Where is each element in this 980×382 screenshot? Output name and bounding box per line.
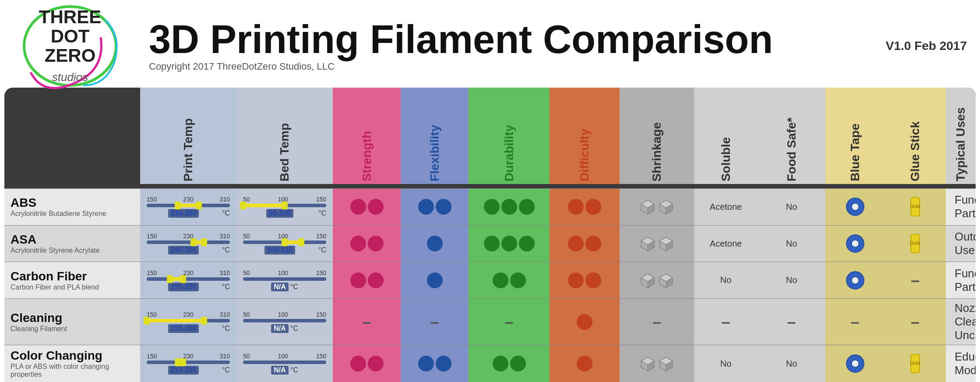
- col-header-durability: Durability: [469, 88, 550, 184]
- data-rows: ABS Acrylonitrile Butadiene Styrene 1502…: [4, 188, 976, 382]
- material-subname: Acrylonitrile Styrene Acrylate: [11, 247, 134, 255]
- blue-tape-cell: [825, 226, 885, 262]
- food-safe-cell: No: [758, 189, 825, 225]
- title-area: 3D Printing Filament Comparison Copyrigh…: [131, 20, 886, 72]
- svg-point-47: [852, 360, 859, 367]
- col-header-food-safe: Food Safe*: [758, 88, 825, 184]
- svg-text:GUM: GUM: [910, 241, 920, 246]
- bed-temp-cell: 50100150 N/A °C: [236, 262, 333, 298]
- logo-wrapper: THREE DOT ZERO studios: [18, 2, 123, 90]
- flexibility-cell: [401, 262, 469, 298]
- col-header-strength: Strength: [333, 88, 401, 184]
- difficulty-cell: [550, 226, 620, 262]
- col-header-print-temp: Print Temp: [140, 88, 236, 184]
- row-label-abs: ABS Acrylonitrile Butadiene Styrene: [4, 192, 140, 221]
- logo-text: THREE DOT ZERO studios: [39, 7, 101, 85]
- svg-text:GUM: GUM: [910, 361, 920, 366]
- blue-tape-cell: –: [825, 299, 885, 345]
- row-label-carbon-fiber: Carbon Fiber Carbon Fiber and PLA blend: [4, 266, 140, 295]
- col-header-print-temp-label: Print Temp: [181, 118, 195, 181]
- strength-cell: [333, 262, 401, 298]
- typical-uses-cell: Outdoor Use: [946, 227, 976, 260]
- page-container: THREE DOT ZERO studios 3D Printing Filam…: [0, 0, 980, 382]
- col-header-typical-uses-label: Typical Uses: [954, 107, 968, 181]
- logo-area: THREE DOT ZERO studios: [9, 2, 131, 90]
- col-header-typical-uses: Typical Uses: [946, 88, 976, 184]
- soluble-cell: –: [694, 299, 758, 345]
- strength-cell: [333, 226, 401, 262]
- flexibility-cell: –: [401, 299, 469, 345]
- shrinkage-cell: [620, 262, 694, 298]
- soluble-cell: Acetone: [694, 226, 758, 262]
- strength-cell: [333, 345, 401, 382]
- durability-cell: [469, 262, 550, 298]
- col-header-soluble-label: Soluble: [719, 137, 733, 181]
- soluble-cell: Acetone: [694, 189, 758, 225]
- col-header-blue-tape-label: Blue Tape: [848, 124, 862, 181]
- print-temp-cell: 150230310 195-220 °C: [140, 262, 236, 298]
- durability-cell: [469, 189, 550, 225]
- material-name: ASA: [11, 233, 134, 247]
- col-header-glue-stick: Glue Stick: [885, 88, 946, 184]
- table-row: Color Changing PLA or ABS with color cha…: [4, 345, 976, 382]
- col-header-flexibility-label: Flexibility: [428, 125, 442, 181]
- bed-temp-cell: 50100150 N/A °C: [236, 299, 333, 345]
- shrinkage-cell: [620, 345, 694, 382]
- col-header-shrinkage-label: Shrinkage: [650, 122, 664, 181]
- row-label-color-changing: Color Changing PLA or ABS with color cha…: [4, 345, 140, 382]
- bed-temp-cell: 50100150 N/A °C: [236, 345, 333, 382]
- print-temp-cell: 150230310 150-260 °C: [140, 299, 236, 345]
- table-wrapper: Print Temp Bed Temp Strength Flexibility…: [4, 88, 976, 382]
- material-subname: Cleaning Filament: [11, 325, 134, 333]
- column-headers: Print Temp Bed Temp Strength Flexibility…: [4, 88, 976, 188]
- col-header-flexibility: Flexibility: [401, 88, 469, 184]
- row-label-asa: ASA Acrylonitrile Styrene Acrylate: [4, 229, 140, 258]
- col-header-bed-temp-label: Bed Temp: [278, 123, 292, 181]
- svg-point-36: [852, 277, 859, 284]
- table-row: ABS Acrylonitrile Butadiene Styrene 1502…: [4, 188, 976, 225]
- glue-stick-cell: GUM: [885, 226, 946, 262]
- col-header-soluble: Soluble: [694, 88, 758, 184]
- material-name: ABS: [11, 196, 134, 210]
- shrinkage-cell: [620, 226, 694, 262]
- food-safe-cell: –: [758, 299, 825, 345]
- col-header-durability-label: Durability: [502, 125, 516, 181]
- durability-cell: [469, 345, 550, 382]
- food-safe-cell: No: [758, 345, 825, 382]
- col-header-bed-temp: Bed Temp: [236, 88, 333, 184]
- flexibility-cell: [401, 189, 469, 225]
- col-header-strength-label: Strength: [360, 131, 374, 181]
- difficulty-cell: [550, 262, 620, 298]
- col-header-shrinkage: Shrinkage: [620, 88, 694, 184]
- blue-tape-cell: [825, 262, 885, 298]
- blue-tape-cell: [825, 189, 885, 225]
- material-name: Carbon Fiber: [11, 269, 134, 283]
- typical-uses-cell: Functional Parts: [946, 191, 976, 223]
- col-header-food-safe-label: Food Safe*: [785, 117, 799, 181]
- logo-line2: DOT: [51, 26, 90, 46]
- print-temp-cell: 150230310 210-250 °C: [140, 189, 236, 225]
- copyright: Copyright 2017 ThreeDotZero Studios, LLC: [149, 61, 886, 72]
- col-header-blue-tape: Blue Tape: [825, 88, 885, 184]
- flexibility-cell: [401, 345, 469, 382]
- glue-stick-cell: –: [885, 262, 946, 298]
- food-safe-cell: No: [758, 226, 825, 262]
- glue-stick-cell: –: [885, 299, 946, 345]
- logo-line4: studios: [52, 71, 88, 84]
- material-subname: PLA or ABS with color changing propertie…: [11, 363, 134, 378]
- typical-uses-cell: Educational, Modelling: [946, 347, 976, 380]
- glue-stick-cell: GUM: [885, 345, 946, 382]
- table-row: Carbon Fiber Carbon Fiber and PLA blend …: [4, 262, 976, 298]
- material-name: Cleaning: [11, 311, 134, 325]
- table-row: Cleaning Cleaning Filament 150230310 150…: [4, 298, 976, 345]
- row-label-cleaning: Cleaning Cleaning Filament: [4, 308, 140, 336]
- flexibility-cell: [401, 226, 469, 262]
- bed-temp-cell: 50100150 100-120 °C: [236, 226, 333, 262]
- version: V1.0 Feb 2017: [886, 39, 967, 53]
- glue-stick-cell: GUM: [885, 189, 946, 225]
- col-header-difficulty-label: Difficulty: [578, 129, 592, 181]
- col-header-difficulty: Difficulty: [550, 88, 620, 184]
- difficulty-cell: [550, 345, 620, 382]
- main-title: 3D Printing Filament Comparison: [149, 20, 886, 59]
- svg-point-10: [852, 203, 859, 210]
